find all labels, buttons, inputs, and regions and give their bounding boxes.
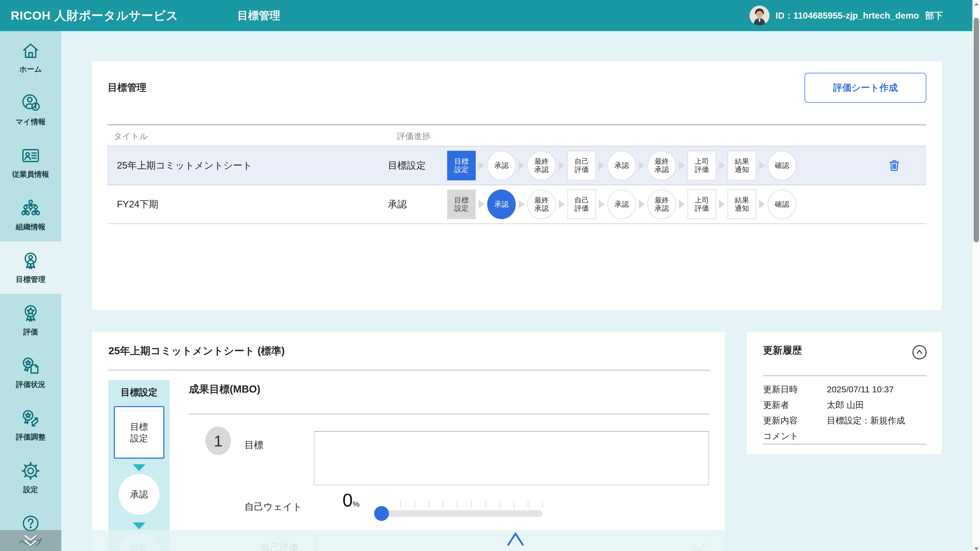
step-arrow-icon xyxy=(639,161,645,170)
divider xyxy=(763,375,926,376)
history-rows: 更新日時2025/07/11 10:37更新者太郎 山田更新内容目標設定：新規作… xyxy=(763,382,929,444)
double-chevron-down-icon xyxy=(22,534,40,547)
self-weight-slider-thumb[interactable] xyxy=(374,506,389,521)
create-evaluation-sheet-button[interactable]: 評価シート作成 xyxy=(804,73,926,103)
badge-person-icon xyxy=(21,251,41,272)
goal-field-label: 目標 xyxy=(245,439,263,451)
column-header-title: タイトル xyxy=(114,130,148,142)
goal-sheet-row[interactable]: 25年上期コミットメントシート目標設定目標設定承認最終承認自己評価承認最終承認上… xyxy=(107,146,926,185)
id-card-icon xyxy=(21,145,41,167)
badge-star-icon xyxy=(21,303,41,324)
step-arrow-icon xyxy=(558,161,565,170)
sidebar-item-label: マイ情報 xyxy=(16,117,45,127)
sidebar: ホームマイ情報従業員情報組織情報目標管理評価評価状況評価調整設定ヘルプ xyxy=(0,31,61,551)
history-row-value: 太郎 山田 xyxy=(827,399,929,411)
sidebar-scroll-indicator[interactable] xyxy=(0,530,61,551)
step-arrow-icon xyxy=(519,200,525,209)
trash-icon xyxy=(887,170,901,173)
page-scrollbar[interactable] xyxy=(972,0,980,551)
step-arrow-icon xyxy=(719,200,725,209)
page-title: 目標管理 xyxy=(237,8,280,23)
progress-step-6: 上司評価 xyxy=(687,151,716,180)
sheet-row-title: 25年上期コミットメントシート xyxy=(107,159,388,172)
self-weight-label: 自己ウェイト xyxy=(245,500,302,513)
sidebar-item-label: 評価調整 xyxy=(16,432,45,442)
progress-step-0: 目標設定 xyxy=(447,151,476,180)
sidebar-item-evaluation[interactable]: 評価 xyxy=(0,294,61,346)
column-header-progress: 評価進捗 xyxy=(397,130,431,142)
update-history-card: 更新履歴 更新日時2025/07/11 10:37更新者太郎 山田更新内容目標設… xyxy=(747,332,942,454)
sidebar-item-label: 従業員情報 xyxy=(12,169,49,179)
history-row-value: 目標設定：新規作成 xyxy=(827,415,929,427)
sheet-row-status: 目標設定 xyxy=(388,159,447,172)
delete-sheet-button[interactable] xyxy=(887,159,901,173)
gear-icon xyxy=(21,461,41,482)
self-weight-value: 0% xyxy=(342,490,360,511)
history-row-label: 更新内容 xyxy=(763,415,827,427)
phase-stepper: 目標設定 目標設定承認最終承認 xyxy=(108,380,170,551)
org-chart-icon xyxy=(21,198,41,219)
history-row-label: 更新日時 xyxy=(763,384,827,395)
goal-sheet-row[interactable]: FY24下期承認目標設定承認最終承認自己評価承認最終承認上司評価結果通知確認 xyxy=(107,185,926,224)
history-row: 更新内容目標設定：新規作成 xyxy=(763,413,929,428)
sidebar-item-settings[interactable]: 設定 xyxy=(0,451,61,504)
scrollbar-up-arrow[interactable] xyxy=(974,3,979,6)
self-weight-slider-track[interactable] xyxy=(378,510,542,517)
progress-step-5: 最終承認 xyxy=(648,189,676,219)
progress-step-1: 承認 xyxy=(487,189,516,219)
progress-step-4: 承認 xyxy=(608,189,636,219)
sheet-collapse-button[interactable] xyxy=(506,530,525,548)
sidebar-item-label: ホーム xyxy=(19,64,42,75)
divider xyxy=(189,414,710,414)
main-content: 目標管理 評価シート作成 タイトル 評価進捗 25年上期コミットメントシート目標… xyxy=(61,31,972,551)
chevron-up-circle-icon xyxy=(912,345,928,360)
scrollbar-thumb[interactable] xyxy=(974,18,979,242)
stepper-step: 承認 xyxy=(119,474,159,515)
progress-step-4: 承認 xyxy=(608,151,636,180)
chevron-up-icon xyxy=(506,530,525,548)
goal-sheet-rows: 25年上期コミットメントシート目標設定目標設定承認最終承認自己評価承認最終承認上… xyxy=(107,146,926,224)
avatar-photo xyxy=(749,6,770,25)
progress-step-3: 自己評価 xyxy=(567,151,596,180)
step-arrow-icon xyxy=(719,161,725,170)
sidebar-item-org-info[interactable]: 組織情報 xyxy=(0,189,61,241)
sidebar-item-my-info[interactable]: マイ情報 xyxy=(0,84,61,136)
progress-steps: 目標設定承認最終承認自己評価承認最終承認上司評価結果通知確認 xyxy=(447,189,796,219)
goal-list-card: 目標管理 評価シート作成 タイトル 評価進捗 25年上期コミットメントシート目標… xyxy=(92,61,942,310)
sidebar-item-evaluation-adjustment[interactable]: 評価調整 xyxy=(0,399,61,451)
history-row: 更新日時2025/07/11 10:37 xyxy=(763,382,929,397)
history-title: 更新履歴 xyxy=(763,344,802,357)
my-info-icon xyxy=(21,93,41,114)
history-row-label: コメント xyxy=(763,430,827,442)
sidebar-item-evaluation-status[interactable]: 評価状況 xyxy=(0,346,61,399)
progress-steps: 目標設定承認最終承認自己評価承認最終承認上司評価結果通知確認 xyxy=(447,151,796,180)
step-arrow-icon xyxy=(558,200,565,209)
sidebar-item-employee-info[interactable]: 従業員情報 xyxy=(0,136,61,189)
progress-step-7: 結果通知 xyxy=(728,151,756,180)
progress-step-7: 結果通知 xyxy=(728,189,756,219)
stepper-step-current: 目標設定 xyxy=(114,406,164,459)
divider xyxy=(763,444,926,445)
user-info[interactable]: ID：1104685955-zjp_hrtech_demo 部下 xyxy=(749,6,943,25)
history-row-label: 更新者 xyxy=(763,399,827,411)
stepper-arrow-down-icon xyxy=(133,464,145,471)
home-icon xyxy=(21,40,41,62)
sidebar-item-home[interactable]: ホーム xyxy=(0,31,61,84)
progress-step-5: 最終承認 xyxy=(648,151,676,180)
divider xyxy=(108,370,710,370)
sidebar-item-goal-management[interactable]: 目標管理 xyxy=(0,241,61,294)
user-role-badge: 部下 xyxy=(925,10,943,22)
scrollbar-down-arrow[interactable] xyxy=(974,548,979,551)
app-header: RICOH 人財ポータルサービス 目標管理 ID：1104685955-zjp_… xyxy=(0,0,972,31)
goal-textarea[interactable] xyxy=(314,431,709,485)
sidebar-item-label: 組織情報 xyxy=(16,222,45,232)
sheet-row-status: 承認 xyxy=(388,198,447,211)
user-avatar[interactable] xyxy=(749,6,770,25)
stepper-title: 目標設定 xyxy=(108,386,170,399)
goal-detail-card: 25年上期コミットメントシート (標準) 目標設定 目標設定承認最終承認 成果目… xyxy=(92,332,725,551)
step-arrow-icon xyxy=(599,200,605,209)
slider-ticks xyxy=(400,501,542,508)
goal-item-number: 1 xyxy=(205,427,231,455)
history-collapse-button[interactable] xyxy=(912,345,928,360)
step-arrow-icon xyxy=(679,200,685,209)
